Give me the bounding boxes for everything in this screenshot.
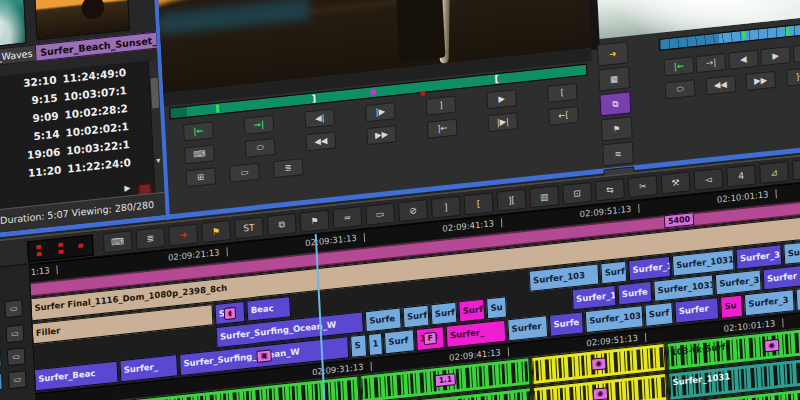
track-select-button[interactable]: ◉ [0, 373, 3, 392]
transport-button[interactable]: ▶▶ [366, 125, 397, 145]
timeline-toolbar-button[interactable]: ◅ [693, 167, 723, 190]
timeline-tool-button[interactable]: ⧉ [599, 91, 631, 116]
clip-name-label[interactable]: Ocean_Waves [0, 44, 40, 69]
timeline-toolbar-button[interactable]: ≈ [332, 206, 362, 229]
transport-button[interactable]: [ [547, 83, 578, 103]
timeline-clip[interactable]: Surfe [617, 281, 652, 306]
play-icon[interactable]: ▶ [124, 183, 131, 193]
transport-button[interactable]: |← [664, 56, 695, 76]
marker-magenta[interactable] [370, 89, 376, 96]
transport-button[interactable]: |▶ [365, 102, 396, 122]
timeline-clip[interactable]: Surf [600, 261, 627, 285]
timeline-clip[interactable]: Surfer [674, 297, 719, 324]
transport-button[interactable]: ⬭ [245, 138, 276, 158]
marker-green[interactable] [216, 104, 219, 112]
marker-green[interactable] [786, 27, 789, 35]
effect-badge[interactable]: F [423, 332, 437, 345]
timeline-toolbar-button[interactable]: ⧉ [267, 213, 297, 236]
timeline-toolbar-button[interactable]: ➜ [168, 223, 198, 246]
timeline-clip[interactable]: Surfer_1 [628, 256, 671, 281]
timeline-clip[interactable]: Surfer_3 [736, 244, 783, 270]
timeline-tool-button[interactable]: ▦ [598, 66, 630, 91]
transport-button[interactable]: ▶▶ [745, 71, 776, 91]
timeline-toolbar-button[interactable]: ⊘ [398, 199, 428, 222]
timeline-toolbar-button[interactable]: ⇆ [595, 178, 625, 201]
timeline-clip[interactable]: Surf [644, 302, 673, 327]
timeline-clip[interactable]: S [350, 334, 367, 358]
track-monitor-button[interactable]: ▭ [6, 324, 25, 343]
timeline-clip[interactable]: Surf [384, 329, 415, 354]
transport-button[interactable]: ◀◀ [306, 131, 337, 151]
timeline-tool-button[interactable]: ≋ [602, 141, 634, 166]
effect-badge[interactable]: ▣ [256, 349, 272, 363]
effect-badge[interactable]: ◖ [224, 306, 237, 319]
clip-thumbnail[interactable] [33, 0, 130, 40]
timeline-toolbar-button[interactable]: ▥ [529, 185, 559, 208]
timeline-toolbar-button[interactable]: ST [234, 216, 264, 239]
timeline-clip[interactable]: Surfer [763, 265, 800, 290]
timeline-clip[interactable]: Surfer_3 [715, 269, 762, 295]
transport-button[interactable]: →| [244, 115, 275, 135]
timeline-clip[interactable]: F103 [416, 326, 445, 351]
timeline-clip[interactable]: Surfer_3 [744, 289, 795, 316]
transport-button[interactable]: ] [426, 96, 457, 116]
timeline-toolbar-button[interactable]: ⊡ [562, 181, 592, 204]
effect-badge[interactable]: ◉ [593, 387, 608, 400]
timeline-clip[interactable]: 1 [368, 333, 383, 356]
effect-badge[interactable]: 1.1 [434, 373, 456, 387]
transport-button[interactable]: ◀◀ [705, 75, 736, 95]
timeline-clip[interactable]: Surfe [549, 311, 584, 337]
transport-button[interactable]: ⬭ [665, 79, 696, 99]
transport-button[interactable]: ▶ [760, 46, 791, 66]
transport-button[interactable]: ]← [427, 119, 458, 139]
timeline-toolbar-button[interactable]: [ [464, 192, 494, 215]
timeline-tool-button[interactable]: ⚑ [601, 116, 633, 141]
transport-button[interactable]: ◀ [728, 50, 759, 70]
timeline-toolbar-button[interactable]: ⌨ [103, 230, 133, 253]
transport-button[interactable]: →| [696, 53, 727, 73]
marker-green[interactable] [742, 32, 745, 40]
transport-button[interactable]: |← [183, 121, 214, 141]
timeline-toolbar-button[interactable]: T [792, 157, 800, 180]
timeline-toolbar-button[interactable]: ▭ [365, 202, 395, 225]
timeline-toolbar-button[interactable]: ≣ [135, 226, 165, 249]
tool-button[interactable]: ≣ [273, 158, 304, 178]
timeline-clip[interactable]: Surfer [507, 315, 548, 341]
track-select-button[interactable]: ◉ [0, 350, 2, 369]
transport-button[interactable]: ]← [786, 67, 800, 87]
transport-button[interactable]: ▶ [486, 89, 517, 109]
transport-button[interactable]: ] [792, 43, 800, 63]
timeline-clip[interactable]: Surfe [365, 308, 402, 333]
effect-badge[interactable]: ◉ [591, 357, 606, 371]
timeline-toolbar-button[interactable]: ] [431, 195, 461, 218]
timeline-toolbar-button[interactable]: ⚑ [201, 219, 231, 242]
track-monitor-button[interactable]: ▭ [8, 370, 27, 389]
timeline-clip[interactable]: Surfer_1 [572, 285, 617, 311]
timeline-clip[interactable]: Su [486, 296, 507, 319]
timeline-clip[interactable]: Surf [458, 299, 485, 323]
timeline-clip[interactable]: ◖Su [214, 301, 245, 325]
timeline-clip[interactable]: Beac [246, 296, 291, 322]
transport-button[interactable]: ⌨ [184, 144, 215, 164]
tool-button[interactable]: ⊞ [185, 167, 216, 187]
tool-button[interactable]: ▭ [229, 163, 260, 183]
scroll-down-icon[interactable]: ▾ [154, 156, 163, 166]
transport-button[interactable]: ◀| [304, 108, 335, 128]
clip-thumbnail[interactable] [0, 0, 27, 50]
marker-red[interactable] [420, 91, 425, 97]
timeline-clip[interactable]: Su [720, 295, 743, 319]
timeline-toolbar-button[interactable]: ][ [496, 188, 526, 211]
timeline-toolbar-button[interactable]: ✂ [628, 174, 658, 197]
timeline-toolbar-button[interactable]: ⚒ [661, 171, 691, 194]
track-monitor-button[interactable]: ▭ [4, 299, 23, 318]
transport-button[interactable]: |▶| [488, 112, 519, 132]
timeline-toolbar-button[interactable]: 4 [726, 164, 756, 187]
timeline-clip[interactable]: Surf [403, 305, 430, 329]
timeline-toolbar-button[interactable]: ⊿ [759, 160, 789, 183]
timeline-tool-button[interactable]: ➜ [597, 41, 629, 66]
transport-button[interactable]: ←[ [548, 106, 579, 126]
timeline-clip[interactable]: Surf [430, 302, 457, 326]
effect-badge[interactable]: ◉ [764, 339, 779, 353]
timeline-toolbar-button[interactable]: ⚑ [300, 209, 330, 232]
track-monitor-button[interactable]: ▭ [7, 347, 26, 366]
